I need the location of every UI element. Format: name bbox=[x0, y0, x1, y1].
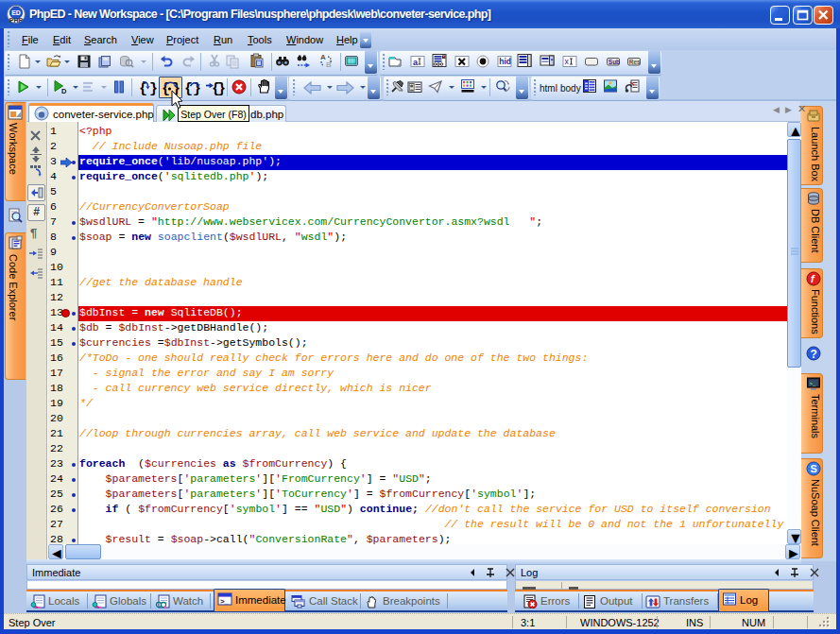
svg-text:D: D bbox=[61, 87, 67, 95]
svg-text:Sub: Sub bbox=[609, 59, 620, 65]
svg-text:hid: hid bbox=[499, 57, 511, 66]
svg-text:}: } bbox=[149, 81, 158, 96]
svg-text:Res: Res bbox=[629, 59, 641, 65]
svg-text:?: ? bbox=[811, 348, 817, 361]
svg-text:>_: >_ bbox=[220, 597, 230, 606]
svg-text:S: S bbox=[811, 463, 817, 474]
svg-text:>_: >_ bbox=[810, 381, 817, 386]
svg-text:PHP: PHP bbox=[9, 17, 24, 24]
svg-text:}: } bbox=[217, 81, 226, 96]
svg-text:{: { bbox=[140, 81, 147, 96]
svg-text:ED: ED bbox=[11, 9, 21, 16]
